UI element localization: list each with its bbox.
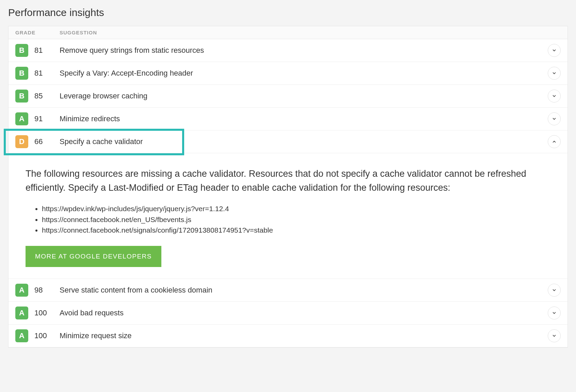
insights-panel: GRADE SUGGESTION B81Remove query strings… [8,26,568,348]
chevron-down-icon [552,71,557,76]
expand-button[interactable] [548,112,561,125]
expand-button[interactable] [548,90,561,103]
collapse-button[interactable] [548,135,561,148]
resource-item: https://wpdev.ink/wp-includes/js/jquery/… [42,203,550,214]
grade-badge: B [15,44,28,57]
grade-score: 98 [34,286,60,295]
grade-badge: A [15,284,28,297]
table-header: GRADE SUGGESTION [9,26,567,39]
grade-badge: D [15,135,28,148]
chevron-down-icon [552,311,557,315]
suggestion-text: Specify a Vary: Accept-Encoding header [60,69,548,78]
suggestion-text: Serve static content from a cookieless d… [60,286,548,295]
table-row[interactable]: D66Specify a cache validator [9,130,567,153]
chevron-up-icon [552,139,557,144]
chevron-down-icon [552,288,557,293]
suggestion-text: Leverage browser caching [60,92,548,100]
chevron-down-icon [552,48,557,53]
table-row[interactable]: B81Specify a Vary: Accept-Encoding heade… [9,62,567,85]
table-row[interactable]: B81Remove query strings from static reso… [9,39,567,62]
grade-badge: B [15,90,28,103]
grade-score: 91 [34,114,60,123]
grade-score: 100 [34,309,60,317]
table-row[interactable]: A91Minimize redirects [9,108,567,130]
grade-score: 100 [34,331,60,340]
resource-list: https://wpdev.ink/wp-includes/js/jquery/… [26,203,550,236]
table-row[interactable]: A100Minimize request size [9,325,567,347]
chevron-down-icon [552,116,557,121]
grade-badge: A [15,307,28,319]
col-header-grade: GRADE [15,30,60,35]
grade-score: 81 [34,69,60,78]
suggestion-text: Minimize request size [60,331,548,340]
row-detail: The following resources are missing a ca… [9,153,567,279]
more-at-google-developers-button[interactable]: MORE AT GOOGLE DEVELOPERS [26,246,161,267]
table-row[interactable]: A98Serve static content from a cookieles… [9,279,567,302]
chevron-down-icon [552,94,557,98]
resource-item: https://connect.facebook.net/signals/con… [42,225,550,236]
suggestion-text: Remove query strings from static resourc… [60,46,548,55]
detail-description: The following resources are missing a ca… [26,167,550,194]
expand-button[interactable] [548,67,561,80]
expand-button[interactable] [548,44,561,57]
grade-score: 85 [34,92,60,100]
suggestion-text: Specify a cache validator [60,137,548,146]
expand-button[interactable] [548,329,561,342]
expand-button[interactable] [548,284,561,297]
suggestion-text: Minimize redirects [60,114,548,123]
suggestion-text: Avoid bad requests [60,309,548,317]
page-title: Performance insights [8,7,568,18]
col-header-suggestion: SUGGESTION [60,30,561,35]
grade-score: 66 [34,137,60,146]
grade-badge: A [15,112,28,125]
grade-badge: A [15,329,28,342]
grade-badge: B [15,67,28,80]
table-row[interactable]: A100Avoid bad requests [9,302,567,325]
chevron-down-icon [552,333,557,338]
table-row[interactable]: B85Leverage browser caching [9,85,567,108]
grade-score: 81 [34,46,60,55]
expand-button[interactable] [548,307,561,319]
resource-item: https://connect.facebook.net/en_US/fbeve… [42,214,550,225]
